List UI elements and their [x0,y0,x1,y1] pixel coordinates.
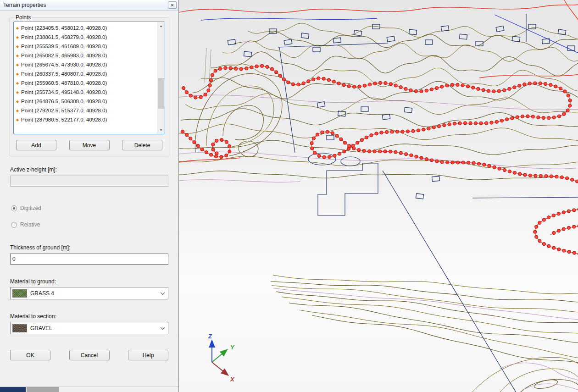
point-bullet-icon: ◆ [14,81,21,85]
point-list-item[interactable]: ◆Point (255960.5, 487810.0, 40928.0) [14,78,157,88]
radio-relative-label: Relative [20,221,40,228]
scroll-down-button[interactable]: ▼ [157,126,165,134]
dialog-footer: OK Cancel Help [10,350,168,360]
scrollbar-thumb[interactable] [158,78,164,109]
thickness-label: Thickness of ground [m]: [10,244,168,251]
water-lines [201,15,578,54]
points-actions: Add Move Delete [13,134,165,151]
point-label: Point (264876.5, 506308.0, 40928.0) [21,99,107,104]
axis-x-label: X [230,376,235,383]
bottom-tab[interactable] [27,387,59,392]
point-list-item[interactable]: ◆Point (279202.5, 515377.0, 40928.0) [14,106,157,115]
point-bullet-icon: ◆ [14,118,21,122]
chevron-down-icon [160,290,165,295]
delete-button[interactable]: Delete [122,140,162,150]
terrain-detail-lines [195,48,578,392]
point-list-item[interactable]: ◆Point (255734.5, 495148.0, 40928.0) [14,88,157,97]
radio-digitized-circle [11,205,17,211]
material-ground-value: GRASS 4 [30,290,157,297]
cancel-button[interactable]: Cancel [69,350,110,360]
point-bullet-icon: ◆ [14,44,21,49]
help-button[interactable]: Help [128,350,168,360]
point-label: Point (223405.5, 458012.0, 40928.0) [21,25,107,31]
axis-triad-icon: Z Y X [208,333,235,383]
material-section-select[interactable]: GRAVEL [10,322,168,334]
point-list-item[interactable]: ◆Point (265082.5, 465983.0, 40928.0) [14,51,157,60]
material-section-dropdown-button[interactable] [157,322,168,334]
points-listbox[interactable]: ◆Point (223405.5, 458012.0, 40928.0)◆Poi… [13,22,165,134]
points-scrollbar[interactable]: ▲ ▼ [157,22,165,134]
panel-bottom-strip [0,386,178,392]
point-label: Point (265674.5, 473930.0, 40928.0) [21,62,107,67]
points-list: ◆Point (223405.5, 458012.0, 40928.0)◆Poi… [14,22,157,134]
point-label: Point (265082.5, 465983.0, 40928.0) [21,53,107,58]
points-group-label: Points [14,14,32,21]
structure-lines [278,14,578,392]
close-icon: × [171,3,173,8]
active-z-label: Active z-height [m]: [10,166,168,173]
point-bullet-icon: ◆ [14,54,21,58]
point-list-item[interactable]: ◆Point (260337.5, 480807.0, 40928.0) [14,69,157,78]
point-label: Point (255960.5, 487810.0, 40928.0) [21,80,107,86]
active-z-input [10,176,168,187]
axis-z-label: Z [208,333,212,340]
radio-relative[interactable]: Relative [11,221,167,228]
scroll-up-icon: ▲ [160,24,163,28]
point-list-item[interactable]: ◆Point (264876.5, 506308.0, 40928.0) [14,97,157,106]
contour-lines [179,23,578,363]
point-bullet-icon: ◆ [14,72,21,76]
scroll-up-button[interactable]: ▲ [157,22,165,30]
point-list-item[interactable]: ◆Point (255539.5, 461689.0, 40928.0) [14,42,157,51]
dialog-body: Points ◆Point (223405.5, 458012.0, 40928… [0,11,178,386]
ok-button[interactable]: OK [10,350,50,360]
move-button[interactable]: Move [69,140,110,150]
point-bullet-icon: ◆ [14,90,21,94]
point-label: Point (287980.5, 522177.0, 40928.0) [21,117,107,122]
point-list-item[interactable]: ◆Point (265674.5, 473930.0, 40928.0) [14,60,157,69]
map-viewport[interactable]: Z Y X [179,0,578,392]
radio-digitized[interactable]: Digitized [11,205,167,211]
dialog-title: Terrain properties [3,2,168,8]
close-button[interactable]: × [168,1,177,9]
gravel-material-swatch [12,324,27,332]
point-label: Point (255539.5, 461689.0, 40928.0) [21,44,107,49]
point-list-item[interactable]: ◆Point (223405.5, 458012.0, 40928.0) [14,23,157,33]
point-bullet-icon: ◆ [14,99,21,104]
points-group: Points ◆Point (223405.5, 458012.0, 40928… [9,14,169,156]
point-label: Point (238861.5, 458279.0, 40928.0) [21,34,107,40]
terrain-map-canvas[interactable]: Z Y X [179,0,578,392]
point-label: Point (279202.5, 515377.0, 40928.0) [21,108,107,113]
grass-material-swatch [12,289,27,298]
add-button[interactable]: Add [16,140,56,150]
point-bullet-icon: ◆ [14,26,21,30]
material-ground-dropdown-button[interactable] [157,287,168,299]
scroll-down-icon: ▼ [160,128,163,132]
material-ground-label: Material to ground: [10,278,168,285]
application-window: Terrain properties × Points ◆Point (2234… [0,0,578,392]
auxiliary-boundary-lines [179,95,578,391]
material-section-label: Material to section: [10,313,168,320]
axis-y-label: Y [230,344,235,351]
terrain-properties-panel: Terrain properties × Points ◆Point (2234… [0,0,179,392]
dialog-titlebar[interactable]: Terrain properties × [0,0,178,11]
material-section-value: GRAVEL [30,325,157,331]
scrollbar-track[interactable] [157,30,165,126]
point-bullet-icon: ◆ [14,35,21,39]
radio-digitized-label: Digitized [20,205,41,211]
chevron-down-icon [160,325,165,330]
bottom-tab-active[interactable] [0,387,26,392]
point-bullet-icon: ◆ [14,109,21,113]
point-bullet-icon: ◆ [14,63,21,67]
point-label: Point (260337.5, 480807.0, 40928.0) [21,71,107,77]
point-list-item[interactable]: ◆Point (238861.5, 458279.0, 40928.0) [14,33,157,42]
material-ground-select[interactable]: GRASS 4 [10,287,168,299]
thickness-input[interactable] [10,254,168,265]
point-label: Point (255734.5, 495148.0, 40928.0) [21,89,107,95]
point-list-item[interactable]: ◆Point (287980.5, 522177.0, 40928.0) [14,115,157,124]
radio-relative-circle [11,222,17,228]
